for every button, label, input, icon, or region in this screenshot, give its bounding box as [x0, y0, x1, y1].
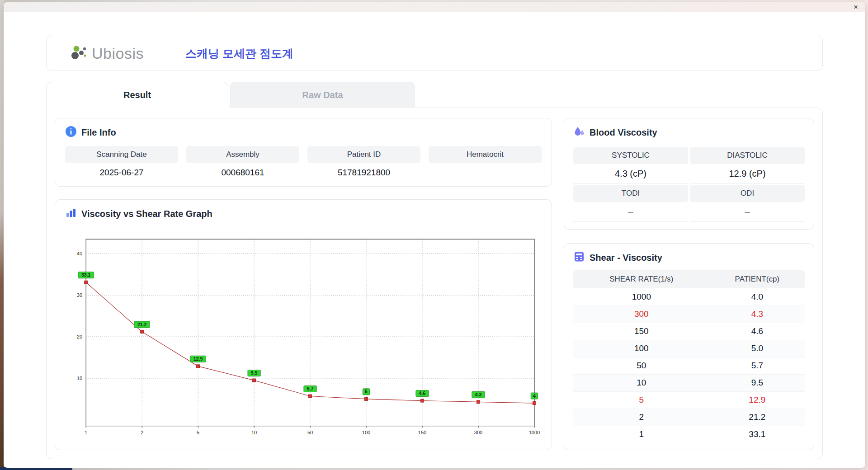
table-header-row: SHEAR RATE(1/s) PATIENT(cp)	[573, 270, 805, 288]
table-row: 109.5	[573, 374, 805, 391]
blood-viscosity-card: Blood Viscosity SYSTOLICDIASTOLIC4.3 (cP…	[564, 118, 814, 230]
table-row: 1005.0	[573, 340, 805, 357]
shear-viscosity-table: SHEAR RATE(1/s) PATIENT(cp) 10004.03004.…	[573, 270, 805, 443]
svg-text:300: 300	[474, 430, 482, 435]
bar-chart-icon	[65, 207, 77, 221]
logo-text: Ubiosis	[92, 45, 144, 62]
cell-patient: 4.6	[710, 323, 805, 340]
blood-label: DIASTOLIC	[690, 147, 805, 164]
cell-patient: 5.7	[710, 357, 805, 374]
cell-patient: 21.2	[710, 409, 805, 426]
svg-text:20: 20	[77, 334, 82, 339]
blood-value: –	[573, 202, 688, 222]
cell-shear-rate: 5	[573, 391, 710, 409]
svg-text:4.3: 4.3	[475, 392, 482, 397]
table-row: 133.1	[573, 426, 805, 443]
cell-shear-rate: 150	[573, 323, 710, 340]
graph-title-row: Viscosity vs Shear Rate Graph	[65, 207, 542, 221]
file-field-label: Scanning Date	[65, 146, 178, 163]
file-field-label: Patient ID	[307, 146, 420, 163]
svg-text:40: 40	[77, 251, 82, 256]
berries-logo-icon	[70, 43, 89, 64]
blood-value: –	[690, 202, 805, 222]
page-title: 스캐닝 모세관 점도계	[185, 46, 293, 61]
cell-patient: 4.3	[710, 306, 805, 323]
blood-value: 12.9 (cP)	[690, 164, 805, 184]
tab-result-label: Result	[123, 90, 151, 100]
tab-result[interactable]: Result	[46, 82, 228, 108]
file-field: Patient ID51781921800	[307, 146, 420, 182]
file-field-value	[429, 163, 542, 182]
table-row: 1504.6	[573, 323, 805, 340]
file-field-value: 51781921800	[307, 163, 420, 182]
svg-text:5: 5	[365, 389, 368, 394]
table-row: 10004.0	[573, 288, 805, 306]
tab-raw-data[interactable]: Raw Data	[230, 82, 415, 108]
blood-viscosity-title-row: Blood Viscosity	[573, 126, 805, 140]
shear-viscosity-card: Shear - Viscosity SHEAR RATE(1/s) PATIEN…	[564, 243, 814, 450]
blood-label: ODI	[690, 185, 805, 202]
svg-text:50: 50	[307, 430, 313, 435]
info-icon	[65, 126, 77, 140]
cell-patient: 33.1	[710, 426, 805, 443]
blood-viscosity-title: Blood Viscosity	[590, 127, 657, 138]
left-column: File Info Scanning Date2025-06-27Assembl…	[55, 118, 552, 449]
graph-card: Viscosity vs Shear Rate Graph 1020304012…	[55, 199, 552, 450]
file-info-title-row: File Info	[65, 126, 542, 140]
col-patient: PATIENT(cp)	[710, 270, 805, 288]
file-field-value: 2025-06-27	[65, 163, 178, 182]
svg-text:1000: 1000	[529, 430, 540, 435]
shear-viscosity-title-row: Shear - Viscosity	[573, 251, 805, 265]
header-card: Ubiosis 스캐닝 모세관 점도계	[46, 36, 823, 71]
cell-patient: 12.9	[710, 391, 805, 409]
cell-patient: 4.0	[710, 288, 805, 306]
file-info-title: File Info	[81, 127, 116, 138]
svg-text:4.6: 4.6	[419, 390, 426, 396]
file-field-value: 000680161	[186, 163, 299, 182]
blood-value: 4.3 (cP)	[573, 164, 688, 184]
svg-text:2: 2	[141, 430, 143, 435]
app-window: × Ubiosis 스캐닝 모세관 점도계	[4, 2, 865, 468]
droplet-icon	[573, 126, 585, 140]
svg-text:5: 5	[197, 430, 199, 435]
cell-shear-rate: 1000	[573, 288, 710, 306]
cell-patient: 5.0	[710, 340, 805, 357]
svg-text:21.2: 21.2	[137, 322, 147, 327]
cell-shear-rate: 300	[573, 306, 710, 323]
table-row: 221.2	[573, 409, 805, 426]
blood-label: SYSTOLIC	[573, 147, 688, 164]
file-field-label: Assembly	[186, 146, 299, 163]
graph-title: Viscosity vs Shear Rate Graph	[81, 209, 212, 219]
tab-bar: Result Raw Data	[46, 82, 823, 108]
table-row: 512.9	[573, 391, 805, 409]
cell-patient: 9.5	[710, 374, 805, 391]
shear-viscosity-title: Shear - Viscosity	[590, 253, 662, 263]
svg-text:12.9: 12.9	[193, 356, 203, 362]
result-panel: File Info Scanning Date2025-06-27Assembl…	[46, 108, 823, 459]
svg-text:33.1: 33.1	[81, 272, 91, 277]
blood-label: TODI	[573, 185, 688, 202]
title-bar: ×	[4, 2, 865, 12]
svg-text:10: 10	[251, 430, 257, 435]
right-column: Blood Viscosity SYSTOLICDIASTOLIC4.3 (cP…	[564, 118, 814, 449]
close-icon[interactable]: ×	[852, 3, 860, 12]
svg-text:100: 100	[362, 430, 370, 435]
file-info-fields: Scanning Date2025-06-27Assembly000680161…	[65, 146, 542, 182]
svg-text:9.5: 9.5	[251, 370, 258, 376]
svg-text:150: 150	[418, 430, 426, 435]
svg-text:1: 1	[85, 430, 87, 435]
viscosity-chart: 102030401251050100150300100033.121.212.9…	[65, 226, 542, 443]
cell-shear-rate: 50	[573, 357, 710, 374]
window-content: Ubiosis 스캐닝 모세관 점도계 Result Raw Data	[4, 12, 865, 459]
file-field: Assembly000680161	[186, 146, 299, 182]
file-field: Hematocrit	[429, 146, 542, 182]
cell-shear-rate: 10	[573, 374, 710, 391]
table-row: 3004.3	[573, 306, 805, 323]
cell-shear-rate: 100	[573, 340, 710, 357]
viscosity-shear-rate-plot: 102030401251050100150300100033.121.212.9…	[65, 226, 542, 443]
table-icon	[573, 251, 585, 265]
file-info-card: File Info Scanning Date2025-06-27Assembl…	[55, 118, 552, 187]
app-logo: Ubiosis	[70, 43, 144, 64]
svg-text:5.7: 5.7	[307, 386, 314, 391]
blood-viscosity-grid: SYSTOLICDIASTOLIC4.3 (cP)12.9 (cP)TODIOD…	[573, 146, 805, 222]
